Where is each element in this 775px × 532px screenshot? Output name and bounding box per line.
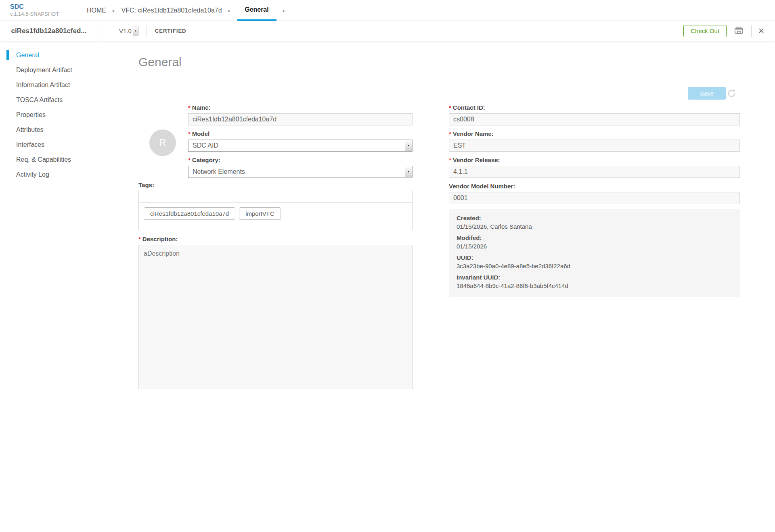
required-marker: * [449, 104, 451, 111]
uuid-label: UUID: [457, 253, 733, 262]
page-title: General [138, 55, 182, 69]
sidebar-item-label: Req. & Capabilities [16, 156, 71, 163]
tag-chip[interactable]: importVFC [239, 207, 281, 220]
entity-title: ciRes1fdb12a801cfed... [0, 21, 98, 41]
vendor-name-label: *Vendor Name: [449, 130, 740, 138]
avatar: R [149, 129, 176, 156]
dropdown-arrow-icon[interactable]: ▼ [405, 167, 412, 177]
divider [751, 25, 752, 37]
model-selected-value: SDC AID [193, 142, 218, 149]
contact-id-field-group: *Contact ID: [449, 104, 740, 125]
breadcrumb-home[interactable]: HOME [87, 0, 106, 21]
sidebar-item-label: Deployment Artifact [16, 67, 72, 74]
sidebar-item-deployment-artifact[interactable]: Deployment Artifact [0, 63, 98, 77]
name-input[interactable] [188, 113, 413, 125]
tag-chip[interactable]: ciRes1fdb12a801cfeda10a7d [144, 207, 235, 220]
sidebar-item-properties[interactable]: Properties [0, 107, 98, 122]
model-label: *Model [188, 130, 413, 138]
category-field-group: *Category: Network Elements ▼ [188, 156, 413, 178]
required-marker: * [188, 156, 191, 163]
print-icon[interactable] [733, 25, 745, 37]
vendor-model-number-input[interactable] [449, 192, 740, 204]
tags-label: Tags: [138, 182, 413, 189]
avatar-letter: R [159, 137, 166, 148]
description-label: *Description: [138, 236, 413, 243]
description-textarea[interactable]: aDescription [138, 245, 413, 389]
created-meta: Created: 01/15/2026, Carlos Santana [457, 214, 733, 231]
sidebar-item-label: Properties [16, 111, 46, 119]
sdc-app-window: SDC v.1.14.5-SNAPSHOT HOME ▸ VFC: ciRes1… [0, 0, 775, 532]
sdc-logo[interactable]: SDC v.1.14.5-SNAPSHOT [10, 3, 59, 17]
sidebar-item-req-capabilities[interactable]: Req. & Capabilities [0, 152, 98, 167]
sidebar-item-interfaces[interactable]: Interfaces [0, 137, 98, 152]
sidebar-item-general[interactable]: General [0, 48, 98, 63]
divider [147, 25, 147, 37]
save-button[interactable]: Save [688, 87, 726, 100]
breadcrumb-arrow-icon: ▸ [283, 0, 285, 21]
breadcrumb: HOME ▸ VFC: ciRes1fdb12a801cfeda10a7d ▸ … [87, 0, 291, 21]
modified-meta: Modifed: 01/15/2026 [457, 234, 733, 250]
vendor-release-input[interactable] [449, 166, 740, 178]
check-out-button[interactable]: Check Out [683, 25, 727, 37]
breadcrumb-general-active-tab[interactable]: General [237, 0, 276, 21]
uuid-meta: UUID: 3c3a23be-90a0-4e89-a8e5-be2d36f22a… [457, 253, 733, 270]
breadcrumb-arrow-icon: ▸ [228, 0, 231, 21]
tags-input[interactable] [138, 191, 413, 203]
version-selector[interactable]: V1.0 ▼ [119, 27, 138, 35]
sidebar: General Deployment Artifact Information … [0, 41, 98, 532]
lifecycle-status-badge: CERTIFIED [155, 28, 186, 34]
model-field-group: *Model SDC AID ▼ [188, 130, 413, 152]
sidebar-item-attributes[interactable]: Attributes [0, 122, 98, 137]
sidebar-item-activity-log[interactable]: Activity Log [0, 167, 98, 182]
sidebar-item-information-artifact[interactable]: Information Artifact [0, 77, 98, 92]
general-tab-content: General Save R *Name: *Model [98, 41, 775, 532]
sidebar-item-label: Interfaces [16, 141, 44, 148]
form-right-column: *Contact ID: *Vendor Name: *Vendor Relea… [449, 104, 740, 297]
breadcrumb-arrow-icon: ▸ [113, 0, 115, 21]
sdc-version-text: v.1.14.5-SNAPSHOT [10, 11, 59, 17]
contact-id-label: *Contact ID: [449, 104, 740, 111]
vendor-model-number-field-group: Vendor Model Number: [449, 183, 740, 204]
name-field-group: *Name: [188, 104, 413, 125]
invariant-uuid-meta: Invariant UUID: 1846a644-8b9c-41a2-86f6-… [457, 273, 733, 290]
invariant-uuid-label: Invariant UUID: [457, 273, 733, 282]
revert-icon[interactable] [727, 88, 737, 100]
main-area: General Deployment Artifact Information … [0, 41, 775, 532]
required-marker: * [449, 156, 451, 163]
vendor-release-field-group: *Vendor Release: [449, 156, 740, 178]
required-marker: * [138, 236, 141, 242]
vendor-model-number-label: Vendor Model Number: [449, 183, 740, 190]
vendor-name-input[interactable] [449, 140, 740, 152]
category-selected-value: Network Elements [193, 168, 245, 175]
sidebar-item-label: General [16, 52, 39, 59]
close-icon[interactable]: ✕ [758, 27, 765, 35]
form-left-column: *Name: *Model SDC AID ▼ *Category: Netwo… [188, 104, 413, 183]
created-value: 01/15/2026, Carlos Santana [457, 222, 733, 231]
modified-value: 01/15/2026 [457, 242, 733, 250]
tags-field-group: Tags: ciRes1fdb12a801cfeda10a7d importVF… [138, 182, 413, 230]
vendor-name-field-group: *Vendor Name: [449, 130, 740, 152]
modified-label: Modifed: [457, 234, 733, 242]
uuid-value: 3c3a23be-90a0-4e89-a8e5-be2d36f22a6d [457, 262, 733, 270]
sidebar-item-label: Information Artifact [16, 81, 70, 89]
metadata-box: Created: 01/15/2026, Carlos Santana Modi… [449, 209, 740, 297]
sidebar-item-label: Activity Log [16, 171, 49, 178]
breadcrumb-vfc[interactable]: VFC: ciRes1fdb12a801cfeda10a7d [121, 0, 222, 21]
tags-chips-container: ciRes1fdb12a801cfeda10a7d importVFC [138, 202, 413, 230]
version-value: V1.0 [119, 27, 132, 34]
invariant-uuid-value: 1846a644-8b9c-41a2-86f6-b3ab5f4c414d [457, 282, 733, 290]
required-marker: * [188, 130, 191, 137]
model-select[interactable]: SDC AID ▼ [188, 140, 413, 152]
vendor-release-label: *Vendor Release: [449, 156, 740, 164]
top-nav-bar: SDC v.1.14.5-SNAPSHOT HOME ▸ VFC: ciRes1… [0, 0, 775, 21]
contact-id-input[interactable] [449, 113, 740, 125]
dropdown-arrow-icon[interactable]: ▼ [405, 140, 412, 151]
sidebar-item-label: TOSCA Artifacts [16, 96, 63, 104]
sidebar-item-tosca-artifacts[interactable]: TOSCA Artifacts [0, 92, 98, 107]
description-field-group: *Description: aDescription [138, 236, 413, 391]
required-marker: * [188, 104, 191, 111]
version-dropdown-icon[interactable]: ▼ [133, 27, 138, 35]
category-select[interactable]: Network Elements ▼ [188, 166, 413, 178]
sidebar-item-label: Attributes [16, 126, 44, 134]
active-indicator [6, 50, 9, 60]
